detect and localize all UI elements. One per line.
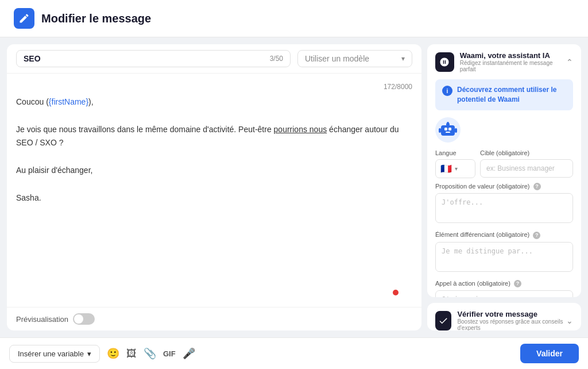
left-panel: SEO 3/50 Utiliser un modèle ▾ 172/8000 C…	[7, 44, 421, 330]
cible-input[interactable]	[480, 159, 573, 178]
waami-icon	[435, 52, 454, 72]
model-select-placeholder: Utiliser un modèle	[305, 54, 369, 63]
svg-rect-2	[444, 128, 447, 130]
footer-left: Insérer une variable ▾ 🙂 🖼 📎 GIF 🎤	[9, 345, 195, 363]
tag-value: SEO	[24, 54, 41, 63]
langue-cible-row: Langue 🇫🇷 ▾ Cible (obligatoire)	[435, 149, 573, 178]
top-bar: SEO 3/50 Utiliser un modèle ▾	[7, 44, 421, 74]
svg-rect-8	[455, 128, 457, 133]
insert-variable-chevron-icon: ▾	[87, 349, 91, 358]
cible-field: Cible (obligatoire)	[480, 149, 573, 178]
firstname-variable: {firstName}	[49, 97, 88, 106]
model-select[interactable]: Utiliser un modèle ▾	[297, 50, 412, 67]
waami-header[interactable]: Waami, votre assistant IA Rédigez instan…	[427, 44, 581, 79]
svg-rect-3	[448, 128, 451, 130]
main-layout: SEO 3/50 Utiliser un modèle ▾ 172/8000 C…	[0, 37, 588, 337]
differentiant-textarea[interactable]	[435, 242, 573, 272]
chevron-up-icon[interactable]: ⌃	[566, 57, 573, 67]
verify-icon	[435, 311, 451, 330]
message-char-count: 172/8000	[16, 83, 412, 91]
differentiant-help-icon: ?	[533, 232, 540, 239]
svg-rect-1	[441, 125, 455, 136]
discover-text: Découvrez comment utiliser le potentiel …	[457, 85, 566, 105]
cta-field: Appel à action (obligatoire) ?	[435, 280, 573, 298]
insert-variable-button[interactable]: Insérer une variable ▾	[9, 345, 100, 363]
tag-char-count: 3/50	[270, 55, 283, 63]
message-area[interactable]: 172/8000 Coucou ({firstName}), Je vois q…	[7, 74, 421, 307]
gif-icon[interactable]: GIF	[163, 349, 176, 358]
svg-rect-4	[446, 132, 450, 133]
right-panel: Waami, votre assistant IA Rédigez instan…	[421, 37, 588, 337]
preview-toggle[interactable]	[73, 313, 95, 325]
footer-toolbar: Insérer une variable ▾ 🙂 🖼 📎 GIF 🎤 Valid…	[0, 337, 588, 369]
waami-title-group: Waami, votre assistant IA Rédigez instan…	[460, 51, 566, 72]
chevron-down-icon[interactable]: ⌄	[566, 316, 573, 325]
insert-variable-label: Insérer une variable	[18, 349, 84, 358]
verify-title: Vérifier votre message	[457, 310, 566, 318]
bottom-bar: Prévisualisation	[7, 307, 421, 330]
attachment-icon[interactable]: 📎	[144, 347, 156, 360]
verify-title-group: Vérifier votre message Boostez vos répon…	[457, 310, 566, 330]
verify-card: Vérifier votre message Boostez vos répon…	[427, 303, 581, 330]
info-icon: i	[442, 86, 452, 96]
differentiant-field: Élément différenciant (obligatoire) ?	[435, 231, 573, 274]
svg-rect-7	[439, 128, 441, 133]
emoji-icon[interactable]: 🙂	[107, 347, 119, 360]
cta-label: Appel à action (obligatoire) ?	[435, 280, 573, 288]
waami-body: i Découvrez comment utiliser le potentie…	[427, 79, 581, 297]
voice-icon[interactable]: 🎤	[183, 347, 195, 360]
lang-chevron-icon: ▾	[455, 166, 458, 172]
header: Modifier le message	[0, 0, 588, 37]
discover-banner[interactable]: i Découvrez comment utiliser le potentie…	[435, 79, 573, 110]
proposition-field: Proposition de valeur (obligatoire) ?	[435, 183, 573, 226]
lang-select[interactable]: 🇫🇷 ▾	[435, 159, 475, 178]
page-title: Modifier le message	[41, 12, 151, 25]
verify-header[interactable]: Vérifier votre message Boostez vos répon…	[427, 303, 581, 330]
chevron-down-icon: ▾	[401, 55, 405, 63]
cta-help-icon: ?	[514, 280, 521, 287]
validate-button[interactable]: Valider	[520, 344, 579, 363]
verify-header-left: Vérifier votre message Boostez vos répon…	[435, 310, 566, 330]
proposition-label: Proposition de valeur (obligatoire) ?	[435, 183, 573, 191]
header-icon	[14, 8, 34, 29]
waami-header-left: Waami, votre assistant IA Rédigez instan…	[435, 51, 566, 72]
flag-french-icon: 🇫🇷	[440, 163, 452, 174]
cible-label: Cible (obligatoire)	[480, 149, 573, 156]
red-dot-indicator	[393, 290, 399, 295]
message-content: Coucou ({firstName}), Je vois que nous t…	[16, 95, 412, 205]
differentiant-label: Élément différenciant (obligatoire) ?	[435, 231, 573, 239]
robot-row	[435, 117, 573, 143]
tag-input[interactable]: SEO 3/50	[16, 50, 291, 67]
robot-avatar	[435, 117, 461, 143]
langue-field: Langue 🇫🇷 ▾	[435, 149, 475, 178]
waami-title: Waami, votre assistant IA	[460, 51, 566, 60]
langue-label: Langue	[435, 149, 475, 156]
cta-textarea[interactable]	[435, 290, 573, 297]
preview-label: Prévisualisation	[16, 315, 68, 324]
proposition-help-icon: ?	[533, 183, 541, 190]
underline-text: pourrions nous	[274, 125, 327, 134]
waami-subtitle: Rédigez instantanément le message parfai…	[460, 60, 566, 72]
verify-subtitle: Boostez vos réponses grâce aux conseils …	[457, 318, 566, 330]
waami-card: Waami, votre assistant IA Rédigez instan…	[427, 44, 581, 297]
proposition-textarea[interactable]	[435, 193, 573, 223]
svg-point-6	[447, 122, 449, 124]
sticker-icon[interactable]: 🖼	[126, 348, 137, 360]
